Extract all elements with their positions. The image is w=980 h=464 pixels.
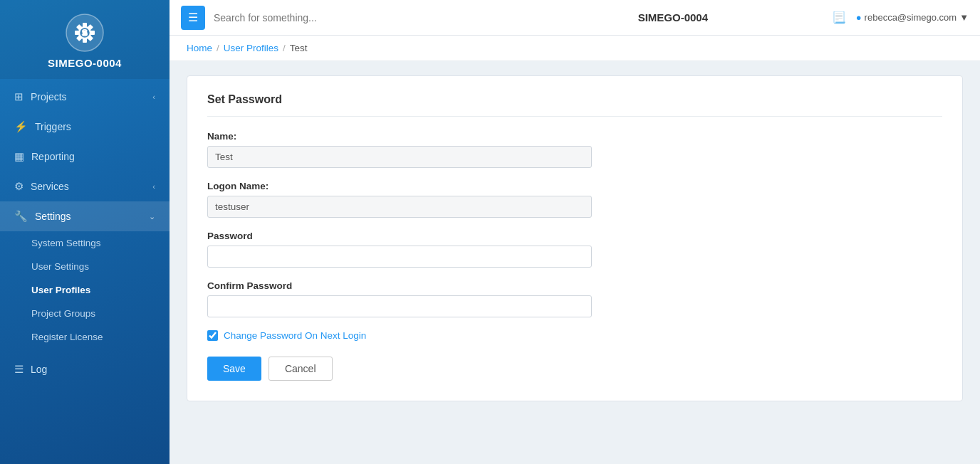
sidebar-sub-label: Project Groups — [31, 308, 95, 319]
change-password-checkbox[interactable] — [207, 330, 218, 341]
sidebar-sub-label: Register License — [31, 332, 103, 342]
triggers-icon: ⚡ — [14, 120, 28, 133]
settings-icon: 🔧 — [14, 210, 28, 223]
edit-icon[interactable]: 📃 — [832, 11, 846, 24]
sidebar-item-label: Reporting — [31, 151, 75, 162]
svg-rect-7 — [83, 38, 87, 43]
main-area: ☰ SIMEGO-0004 📃 ● rebecca@simego.com ▼ H… — [170, 0, 980, 464]
sidebar-item-services[interactable]: ⚙ Services ‹ — [0, 172, 170, 201]
sidebar-item-label: Log — [31, 364, 47, 375]
sidebar-item-label: Projects — [31, 91, 67, 102]
sidebar-item-label: Triggers — [35, 121, 71, 132]
svg-rect-5 — [90, 31, 95, 35]
form-buttons: Save Cancel — [207, 357, 942, 381]
breadcrumb-user-profiles[interactable]: User Profiles — [224, 43, 278, 53]
password-group: Password — [207, 231, 942, 268]
services-icon: ⚙ — [14, 180, 24, 193]
save-button[interactable]: Save — [207, 357, 261, 381]
breadcrumb-sep-1: / — [217, 43, 219, 53]
sidebar-sub-item-project-groups[interactable]: Project Groups — [0, 302, 170, 325]
sidebar-item-log[interactable]: ☰ Log — [0, 354, 170, 384]
projects-icon: ⊞ — [14, 90, 24, 103]
sidebar-sub-item-user-settings[interactable]: User Settings — [0, 255, 170, 278]
sidebar-sub-label: User Profiles — [31, 285, 90, 295]
log-icon: ☰ — [14, 363, 24, 376]
sidebar-sub-item-register-license[interactable]: Register License — [0, 325, 170, 349]
chevron-down-icon: ⌄ — [149, 212, 155, 221]
sidebar-item-label: Settings — [35, 211, 71, 222]
sidebar-sub-item-user-profiles[interactable]: User Profiles — [0, 278, 170, 302]
sidebar-item-projects[interactable]: ⊞ Projects ‹ — [0, 82, 170, 112]
password-label: Password — [207, 231, 942, 241]
hamburger-icon: ☰ — [188, 11, 198, 24]
logon-name-input[interactable] — [207, 196, 592, 218]
confirm-label: Confirm Password — [207, 280, 942, 291]
confirm-password-group: Confirm Password — [207, 280, 942, 317]
sidebar-item-reporting[interactable]: ▦ Reporting — [0, 142, 170, 172]
menu-toggle-button[interactable]: ☰ — [181, 6, 205, 30]
set-password-card: Set Password Name: Logon Name: Password … — [187, 75, 963, 401]
name-group: Name: — [207, 131, 942, 168]
sidebar-sub-label: User Settings — [31, 261, 89, 272]
change-password-checkbox-row: Change Password On Next Login — [207, 330, 942, 341]
content-area: Set Password Name: Logon Name: Password … — [170, 61, 980, 464]
sidebar-item-label: Services — [31, 181, 69, 192]
breadcrumb-current: Test — [290, 43, 308, 53]
confirm-password-input[interactable] — [207, 295, 592, 317]
sidebar-brand-label: SIMEGO-0004 — [48, 57, 122, 69]
reporting-icon: ▦ — [14, 150, 24, 163]
sidebar-nav: ⊞ Projects ‹ ⚡ Triggers ▦ Reporting ⚙ Se… — [0, 79, 170, 464]
breadcrumb-sep-2: / — [283, 43, 286, 53]
user-menu[interactable]: ● rebecca@simego.com ▼ — [856, 12, 969, 23]
chevron-right-icon: ‹ — [152, 93, 155, 101]
sidebar: S SIMEGO-0004 ⊞ Projects ‹ ⚡ Triggers ▦ … — [0, 0, 170, 464]
sidebar-logo: S SIMEGO-0004 — [0, 0, 170, 79]
svg-rect-9 — [75, 31, 79, 35]
breadcrumb: Home / User Profiles / Test — [170, 36, 980, 61]
change-password-label[interactable]: Change Password On Next Login — [224, 330, 366, 341]
sidebar-item-triggers[interactable]: ⚡ Triggers — [0, 112, 170, 142]
topbar: ☰ SIMEGO-0004 📃 ● rebecca@simego.com ▼ — [170, 0, 980, 36]
name-label: Name: — [207, 131, 942, 142]
user-email: rebecca@simego.com — [865, 12, 957, 23]
cancel-button[interactable]: Cancel — [269, 357, 333, 381]
search-input[interactable] — [214, 12, 514, 23]
card-title: Set Password — [207, 93, 942, 117]
breadcrumb-home[interactable]: Home — [187, 43, 212, 53]
topbar-title: SIMEGO-0004 — [523, 11, 823, 23]
logon-name-group: Logon Name: — [207, 181, 942, 218]
logon-label: Logon Name: — [207, 181, 942, 191]
password-input[interactable] — [207, 246, 592, 268]
name-input[interactable] — [207, 146, 592, 168]
topbar-right: 📃 ● rebecca@simego.com ▼ — [832, 11, 969, 24]
svg-text:S: S — [81, 27, 88, 38]
sidebar-item-settings[interactable]: 🔧 Settings ⌄ — [0, 201, 170, 231]
chevron-right-icon: ‹ — [152, 182, 155, 191]
app-logo-icon: S — [65, 13, 105, 53]
sidebar-sub-label: System Settings — [31, 238, 101, 248]
user-avatar-icon: ● — [856, 12, 862, 23]
dropdown-arrow-icon: ▼ — [959, 12, 969, 23]
sidebar-sub-item-system-settings[interactable]: System Settings — [0, 231, 170, 255]
